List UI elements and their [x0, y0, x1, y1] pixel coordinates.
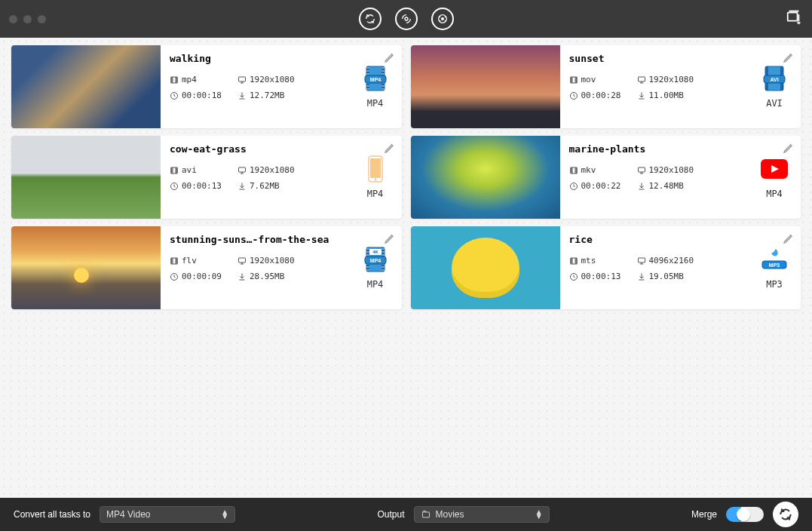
titlebar: [0, 0, 812, 38]
task-card[interactable]: stunning-suns…-from-the-seaflv1920x10800…: [11, 226, 402, 309]
svg-rect-42: [239, 258, 246, 262]
svg-rect-71: [422, 512, 429, 517]
source-format: flv: [170, 256, 237, 266]
video-title: cow-eat-grass: [170, 143, 340, 155]
merge-label: Merge: [691, 509, 717, 520]
task-card[interactable]: ricemts4096x216000:00:1319.05MBMP3MP3: [411, 226, 801, 309]
maximize-window-button[interactable]: [38, 15, 46, 23]
svg-rect-39: [638, 167, 645, 172]
task-card[interactable]: marine-plantsmkv1920x108000:00:2212.48MB…: [411, 136, 801, 219]
mode-tabs: [359, 8, 454, 30]
video-thumbnail[interactable]: [411, 136, 560, 219]
output-format-label: MP3: [766, 279, 783, 290]
bottom-bar: Convert all tasks to MP4 Video ▲▼ Output…: [0, 498, 812, 531]
file-size: 28.95MB: [237, 272, 340, 281]
output-format-icon: MP3: [761, 246, 788, 273]
svg-rect-27: [638, 77, 645, 81]
video-title: stunning-suns…-from-the-sea: [170, 234, 340, 245]
close-window-button[interactable]: [9, 15, 17, 23]
resolution: 1920x1080: [237, 75, 340, 84]
download-mode-icon[interactable]: [395, 8, 418, 30]
output-format-label: MP4: [367, 98, 384, 109]
svg-text:MP4: MP4: [369, 77, 381, 82]
output-format-icon: AVI: [761, 65, 788, 92]
video-thumbnail[interactable]: [11, 45, 161, 128]
video-thumbnail[interactable]: [411, 45, 560, 128]
output-format-label: MP4: [367, 279, 384, 290]
video-thumbnail[interactable]: [411, 226, 560, 309]
task-card[interactable]: walkingmp41920x108000:00:1812.72MBMP4MP4: [11, 45, 402, 128]
duration: 00:00:13: [569, 272, 637, 281]
resolution: 1920x1080: [637, 75, 740, 84]
output-folder-value: Movies: [436, 509, 464, 520]
edit-button[interactable]: [783, 142, 795, 157]
file-size: 12.72MB: [237, 91, 340, 100]
source-format: mts: [569, 256, 637, 266]
file-size: 19.05MB: [637, 272, 740, 281]
card-body: sunsetmov1920x108000:00:2811.00MB: [560, 45, 749, 128]
svg-point-38: [374, 179, 376, 181]
card-body: walkingmp41920x108000:00:1812.72MB: [161, 45, 349, 128]
output-format-label: AVI: [766, 98, 783, 109]
file-size: 11.00MB: [637, 91, 740, 100]
card-body: marine-plantsmkv1920x108000:00:2212.48MB: [560, 136, 749, 219]
stepper-icon: ▲▼: [535, 510, 543, 519]
card-body: cow-eat-grassavi1920x108000:00:137.62MB: [161, 136, 349, 219]
video-title: rice: [569, 234, 740, 245]
duration: 00:00:18: [170, 91, 237, 100]
output-format-label: MP4: [367, 189, 384, 199]
video-thumbnail[interactable]: [11, 136, 161, 219]
card-body: stunning-suns…-from-the-seaflv1920x10800…: [161, 226, 349, 309]
source-format: mov: [569, 75, 637, 84]
svg-text:4K: 4K: [372, 250, 378, 254]
source-format: mp4: [170, 75, 237, 84]
resolution: 4096x2160: [637, 256, 740, 266]
convert-button[interactable]: [773, 502, 798, 527]
output-label: Output: [378, 509, 405, 520]
svg-rect-67: [638, 258, 645, 262]
task-card[interactable]: cow-eat-grassavi1920x108000:00:137.62MBM…: [11, 136, 402, 219]
edit-button[interactable]: [384, 51, 396, 66]
video-title: walking: [170, 53, 340, 64]
duration: 00:00:22: [569, 181, 637, 191]
edit-button[interactable]: [783, 51, 795, 66]
edit-button[interactable]: [783, 232, 795, 247]
duration: 00:00:09: [170, 272, 237, 281]
svg-rect-34: [239, 167, 246, 172]
task-grid: walkingmp41920x108000:00:1812.72MBMP4MP4…: [0, 38, 812, 498]
edit-button[interactable]: [384, 232, 396, 247]
folder-icon: [421, 510, 431, 519]
window-controls: [9, 15, 46, 23]
resolution: 1920x1080: [237, 256, 340, 266]
task-card[interactable]: sunsetmov1920x108000:00:2811.00MBAVIAVI: [411, 45, 801, 128]
output-format-label: MP4: [766, 189, 783, 199]
format-select-value: MP4 Video: [106, 509, 150, 520]
svg-rect-37: [370, 158, 381, 178]
library-icon[interactable]: [785, 9, 803, 29]
video-thumbnail[interactable]: [11, 226, 161, 309]
convert-mode-icon[interactable]: [359, 8, 381, 30]
edit-button[interactable]: [384, 142, 396, 157]
output-format-icon: [362, 155, 389, 183]
file-size: 12.48MB: [637, 181, 740, 191]
source-format: avi: [170, 165, 237, 175]
file-size: 7.62MB: [237, 181, 340, 191]
svg-rect-3: [788, 13, 798, 21]
svg-point-0: [405, 17, 408, 20]
svg-text:AVI: AVI: [770, 77, 778, 82]
svg-point-2: [441, 18, 443, 20]
merge-toggle[interactable]: [726, 507, 764, 522]
minimize-window-button[interactable]: [23, 15, 32, 23]
svg-text:MP4: MP4: [369, 258, 381, 263]
resolution: 1920x1080: [637, 165, 740, 175]
output-folder-select[interactable]: Movies ▲▼: [414, 506, 550, 523]
resolution: 1920x1080: [237, 165, 340, 175]
svg-rect-4: [239, 77, 246, 81]
output-format-icon: MP44K: [362, 246, 389, 273]
format-select[interactable]: MP4 Video ▲▼: [100, 506, 235, 523]
media-mode-icon[interactable]: [431, 8, 454, 30]
video-title: sunset: [569, 53, 740, 64]
duration: 00:00:28: [569, 91, 637, 100]
duration: 00:00:13: [170, 181, 237, 191]
output-format-icon: MP4: [362, 65, 389, 92]
